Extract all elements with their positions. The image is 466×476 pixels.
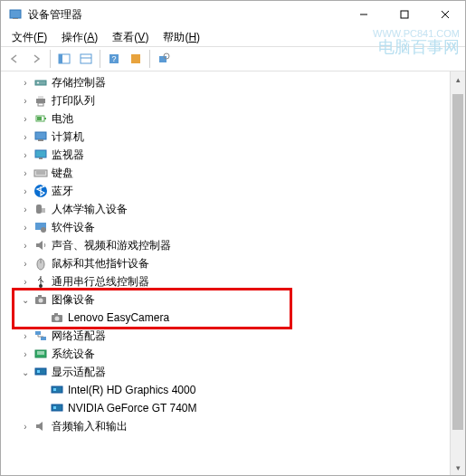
action-button[interactable]	[126, 49, 146, 69]
tree-item-label: 监视器	[52, 148, 84, 163]
computer-icon	[33, 129, 48, 144]
toolbar-separator	[100, 50, 100, 68]
tree-item-label: 人体学输入设备	[52, 202, 128, 217]
svg-point-34	[41, 227, 46, 233]
tree-item-label: 图像设备	[52, 292, 95, 308]
chevron-right-icon[interactable]: ›	[19, 76, 32, 89]
tree-item[interactable]: ›人体学输入设备	[1, 200, 465, 218]
close-button[interactable]	[424, 1, 465, 28]
chevron-right-icon[interactable]: ›	[19, 347, 32, 360]
scroll-up-arrow[interactable]: ▴	[451, 71, 465, 87]
tree-item[interactable]: ›打印队列	[1, 91, 465, 109]
audio-icon	[33, 419, 48, 433]
chevron-right-icon[interactable]: ›	[19, 257, 32, 270]
scan-button[interactable]	[154, 49, 174, 69]
tree-item-label: 通用串行总线控制器	[52, 274, 149, 290]
menu-file[interactable]: 文件(F)	[6, 29, 52, 46]
tree-item[interactable]: NVIDIA GeForce GT 740M	[1, 399, 465, 417]
svg-rect-54	[53, 406, 56, 409]
svg-rect-8	[81, 54, 91, 63]
view-button[interactable]	[54, 49, 74, 69]
monitor-icon	[33, 148, 48, 162]
tree-item-label: 计算机	[52, 129, 84, 145]
tree-item-label: 打印队列	[52, 93, 95, 109]
bluetooth-icon	[33, 184, 48, 198]
display-icon	[50, 401, 64, 415]
tree-item[interactable]: ›键盘	[1, 164, 465, 182]
tree-item[interactable]: ›电池	[1, 109, 465, 128]
svg-rect-17	[36, 99, 45, 103]
svg-text:?: ?	[111, 54, 116, 63]
svg-rect-21	[44, 118, 46, 119]
svg-rect-19	[38, 103, 43, 106]
minimize-button[interactable]	[343, 1, 384, 28]
svg-rect-40	[38, 295, 42, 297]
tree-item-label: 网络适配器	[52, 328, 106, 344]
tree-item[interactable]: Intel(R) HD Graphics 4000	[1, 381, 465, 399]
chevron-right-icon[interactable]: ›	[19, 203, 32, 215]
tree-item-label: 电池	[52, 111, 73, 127]
chevron-right-icon[interactable]: ›	[19, 148, 32, 161]
tree-item-label: Lenovo EasyCamera	[68, 311, 169, 324]
sound-icon	[33, 238, 48, 252]
tree-item[interactable]: ›监视器	[1, 146, 465, 164]
help-button[interactable]: ?	[104, 49, 124, 69]
svg-point-42	[55, 317, 60, 321]
tree-item-label: 软件设备	[52, 220, 95, 235]
chevron-right-icon[interactable]: ›	[19, 221, 32, 233]
device-tree[interactable]: ›存储控制器›打印队列›电池›计算机›监视器›键盘›蓝牙›人体学输入设备›软件设…	[1, 71, 465, 475]
svg-rect-26	[39, 157, 43, 159]
chevron-right-icon[interactable]: ›	[19, 275, 32, 288]
svg-rect-7	[59, 54, 62, 63]
svg-rect-32	[42, 208, 45, 213]
scroll-thumb[interactable]	[452, 94, 463, 430]
tree-item[interactable]: ›音频输入和输出	[1, 417, 465, 435]
svg-rect-0	[10, 10, 21, 18]
menu-help[interactable]: 帮助(H)	[157, 29, 205, 46]
tree-item[interactable]: ⌄图像设备	[1, 290, 465, 309]
svg-rect-45	[41, 337, 46, 340]
tree-item[interactable]: Lenovo EasyCamera	[1, 309, 465, 327]
chevron-right-icon[interactable]: ›	[19, 185, 32, 197]
display-icon	[33, 365, 48, 379]
software-icon	[33, 220, 48, 234]
chevron-down-icon[interactable]: ⌄	[19, 293, 32, 306]
forward-button	[26, 49, 46, 69]
svg-rect-1	[13, 18, 18, 19]
tree-item[interactable]: ›系统设备	[1, 345, 465, 363]
chevron-down-icon[interactable]: ⌄	[19, 366, 32, 378]
chevron-right-icon[interactable]: ›	[19, 329, 32, 342]
tree-item[interactable]: ›软件设备	[1, 218, 465, 236]
tree-item[interactable]: ›存储控制器	[1, 73, 465, 91]
tree-item[interactable]: ›蓝牙	[1, 182, 465, 200]
svg-rect-31	[36, 205, 42, 214]
tree-item[interactable]: ⌄显示适配器	[1, 363, 465, 381]
tree-item[interactable]: ›鼠标和其他指针设备	[1, 254, 465, 272]
tree-item[interactable]: ›声音、视频和游戏控制器	[1, 236, 465, 254]
show-hidden-button[interactable]	[76, 49, 96, 69]
svg-rect-15	[35, 81, 46, 85]
maximize-button[interactable]	[384, 1, 424, 28]
menubar: 文件(F) 操作(A) 查看(V) 帮助(H) WWW.PC841.COM 电脑…	[1, 28, 465, 46]
chevron-right-icon[interactable]: ›	[19, 130, 32, 143]
tree-item[interactable]: ›通用串行总线控制器	[1, 272, 465, 290]
tree-item[interactable]: ›网络适配器	[1, 327, 465, 345]
chevron-right-icon[interactable]: ›	[19, 239, 32, 252]
chevron-right-icon[interactable]: ›	[19, 167, 32, 179]
svg-rect-18	[38, 96, 43, 99]
scroll-track[interactable]	[451, 87, 465, 460]
scroll-down-arrow[interactable]: ▾	[451, 460, 465, 475]
svg-rect-53	[52, 405, 62, 411]
tree-item[interactable]: ›计算机	[1, 128, 465, 146]
svg-rect-22	[37, 117, 42, 120]
mouse-icon	[33, 256, 48, 271]
chevron-right-icon[interactable]: ›	[19, 420, 32, 433]
scrollbar[interactable]: ▴ ▾	[450, 71, 465, 475]
menu-action[interactable]: 操作(A)	[56, 29, 103, 46]
toolbar-separator	[50, 50, 51, 68]
display-icon	[50, 383, 64, 397]
chevron-right-icon[interactable]: ›	[19, 94, 32, 107]
menu-view[interactable]: 查看(V)	[107, 29, 154, 46]
chevron-right-icon[interactable]: ›	[19, 112, 32, 125]
svg-point-16	[37, 82, 39, 84]
